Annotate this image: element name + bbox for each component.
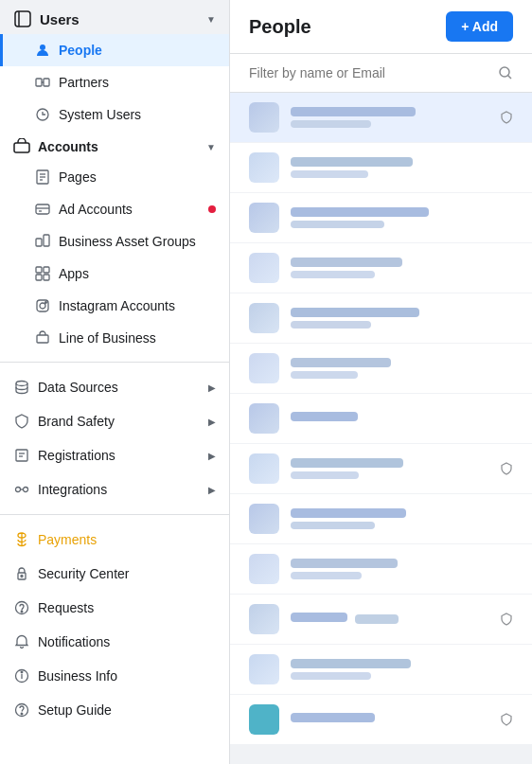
table-row[interactable] xyxy=(230,695,532,745)
sub-bar xyxy=(291,572,362,579)
sidebar-item-payments[interactable]: Payments xyxy=(0,523,229,557)
system-users-icon xyxy=(34,106,51,123)
person-info xyxy=(291,613,492,626)
sidebar-divider-1 xyxy=(0,362,229,363)
users-section-label: Users xyxy=(40,11,80,27)
name-bar xyxy=(291,157,413,167)
partners-icon xyxy=(34,74,51,91)
table-row[interactable] xyxy=(230,243,532,293)
avatar xyxy=(249,152,279,183)
add-button[interactable]: + Add xyxy=(446,11,513,42)
business-info-label: Business Info xyxy=(38,668,117,684)
users-section-header[interactable]: Users ▼ xyxy=(0,0,229,34)
svg-rect-20 xyxy=(44,275,49,280)
accounts-icon xyxy=(13,138,30,155)
sidebar-item-data-sources[interactable]: Data Sources ▶ xyxy=(0,370,229,404)
sidebar-item-partners[interactable]: Partners xyxy=(0,66,229,98)
accounts-section-header[interactable]: Accounts ▼ xyxy=(0,131,229,161)
ad-accounts-label: Ad Accounts xyxy=(59,202,133,217)
table-row[interactable] xyxy=(230,645,532,695)
sidebar-item-setup-guide[interactable]: Setup Guide xyxy=(0,693,229,727)
name-bar xyxy=(291,308,419,317)
svg-rect-26 xyxy=(16,450,27,461)
table-row[interactable] xyxy=(230,293,532,344)
table-row[interactable] xyxy=(230,93,532,143)
shield-icon xyxy=(500,713,513,726)
sidebar-item-registrations[interactable]: Registrations ▶ xyxy=(0,438,229,472)
partners-label: Partners xyxy=(59,75,109,90)
avatar xyxy=(249,403,279,434)
table-row[interactable] xyxy=(230,394,532,444)
sidebar-item-security-center[interactable]: Security Center xyxy=(0,557,229,591)
sidebar-item-line-of-business[interactable]: Line of Business xyxy=(0,322,229,354)
table-row[interactable] xyxy=(230,494,532,544)
svg-rect-4 xyxy=(44,79,49,86)
person-info xyxy=(291,157,513,178)
sidebar-item-apps[interactable]: Apps xyxy=(0,258,229,290)
sidebar-divider-2 xyxy=(0,514,229,515)
svg-point-29 xyxy=(16,488,21,492)
table-row[interactable] xyxy=(230,193,532,243)
sidebar-item-requests[interactable]: Requests xyxy=(0,591,229,625)
avatar xyxy=(249,654,279,684)
avatar xyxy=(249,604,279,634)
main-header: People + Add xyxy=(230,0,532,54)
sub-bar xyxy=(291,371,358,379)
sidebar-item-integrations[interactable]: Integrations ▶ xyxy=(0,472,229,506)
users-chevron-icon: ▼ xyxy=(206,14,216,25)
table-row[interactable] xyxy=(230,344,532,394)
main-content: People + Add xyxy=(230,0,532,764)
svg-point-38 xyxy=(21,671,23,673)
table-row[interactable] xyxy=(230,444,532,494)
sub-bar xyxy=(291,120,371,128)
sidebar-item-instagram-accounts[interactable]: Instagram Accounts xyxy=(0,290,229,322)
avatar xyxy=(249,303,279,333)
filter-input[interactable] xyxy=(249,65,498,80)
payments-icon xyxy=(13,531,30,548)
svg-rect-19 xyxy=(36,275,42,280)
shield-icon xyxy=(500,613,513,626)
registrations-label: Registrations xyxy=(38,448,115,463)
integrations-icon xyxy=(13,481,30,498)
avatar xyxy=(249,704,279,735)
payments-label: Payments xyxy=(38,532,97,547)
table-row[interactable] xyxy=(230,595,532,645)
sidebar-item-notifications[interactable]: Notifications xyxy=(0,625,229,659)
requests-label: Requests xyxy=(38,600,94,615)
table-row[interactable] xyxy=(230,143,532,193)
sub-bar xyxy=(291,321,371,329)
name-bar-2 xyxy=(355,614,399,624)
sidebar-item-ad-accounts[interactable]: Ad Accounts xyxy=(0,193,229,225)
search-icon[interactable] xyxy=(498,65,513,80)
pages-icon xyxy=(34,169,51,186)
svg-rect-3 xyxy=(36,79,42,86)
business-info-icon xyxy=(13,667,30,684)
name-bar xyxy=(291,412,358,421)
brand-safety-label: Brand Safety xyxy=(38,414,115,429)
svg-rect-24 xyxy=(37,335,48,343)
sidebar-item-business-info[interactable]: Business Info xyxy=(0,659,229,693)
table-row[interactable] xyxy=(230,544,532,595)
avatar xyxy=(249,504,279,534)
name-bar xyxy=(291,458,403,468)
sidebar-item-business-asset-groups[interactable]: Business Asset Groups xyxy=(0,225,229,258)
sidebar-item-system-users[interactable]: System Users xyxy=(0,98,229,131)
ad-accounts-icon xyxy=(34,201,51,218)
svg-rect-0 xyxy=(15,11,30,27)
sidebar-item-brand-safety[interactable]: Brand Safety ▶ xyxy=(0,404,229,438)
people-label: People xyxy=(59,43,102,58)
avatar xyxy=(249,203,279,233)
page-title: People xyxy=(249,16,311,38)
line-of-business-icon xyxy=(34,329,51,346)
sub-bar xyxy=(291,672,371,680)
svg-rect-17 xyxy=(36,267,42,273)
sidebar-item-people[interactable]: People xyxy=(0,34,229,66)
data-sources-label: Data Sources xyxy=(38,380,118,395)
person-info xyxy=(291,258,513,278)
name-bar xyxy=(291,713,375,722)
sidebar: Users ▼ People Partners xyxy=(0,0,230,764)
sidebar-item-pages[interactable]: Pages xyxy=(0,161,229,193)
accounts-section-label: Accounts xyxy=(38,139,98,154)
brand-safety-icon xyxy=(13,413,30,430)
filter-bar xyxy=(230,54,532,93)
